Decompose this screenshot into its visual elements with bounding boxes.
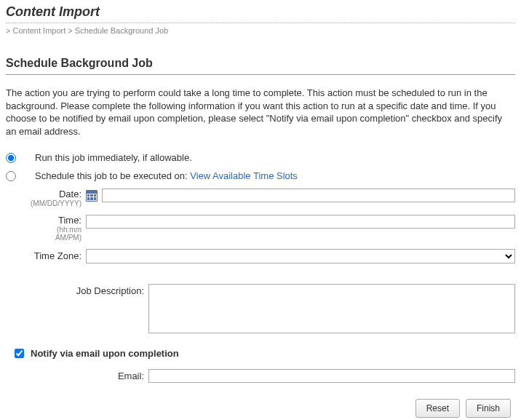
divider-solid <box>6 74 515 75</box>
time-label: Time: (hh:mm AM/PM) <box>6 215 86 242</box>
finish-button[interactable]: Finish <box>466 399 511 418</box>
email-input[interactable] <box>148 369 515 383</box>
section-title: Schedule Background Job <box>6 57 515 70</box>
button-bar: Reset Finish <box>6 399 515 418</box>
date-hint: (MM/DD/YYYY) <box>6 199 81 207</box>
time-hint2: AM/PM) <box>6 234 81 242</box>
calendar-icon[interactable] <box>86 190 98 202</box>
notify-email-label: Notify via email upon completion <box>31 348 179 359</box>
breadcrumb-item: Schedule Background Job <box>75 26 168 35</box>
page-title: Content Import <box>6 4 515 20</box>
job-description-label: Job Description: <box>6 284 148 296</box>
date-input[interactable] <box>102 189 515 202</box>
time-hint1: (hh:mm <box>6 226 81 234</box>
date-label: Date: (MM/DD/YYYY) <box>6 189 86 207</box>
schedule-label-text: Schedule this job to be executed on: <box>35 170 188 181</box>
breadcrumb-item: Content Import <box>13 26 66 35</box>
reset-button[interactable]: Reset <box>415 399 460 418</box>
job-description-textarea[interactable] <box>148 284 515 333</box>
run-immediately-label: Run this job immediately, if allowable. <box>35 152 192 163</box>
intro-text: The action you are trying to perform cou… <box>6 87 515 138</box>
breadcrumb-sep: > <box>68 26 72 35</box>
breadcrumb: > Content Import > Schedule Background J… <box>6 26 515 35</box>
divider-dotted <box>6 23 515 23</box>
breadcrumb-prefix: > <box>6 26 10 35</box>
time-input[interactable] <box>86 215 515 229</box>
run-immediately-radio[interactable] <box>6 153 16 163</box>
timezone-label: Time Zone: <box>6 249 86 261</box>
notify-email-checkbox[interactable] <box>15 349 24 358</box>
email-label: Email: <box>6 369 148 381</box>
view-time-slots-link[interactable]: View Available Time Slots <box>190 170 298 181</box>
schedule-label: Schedule this job to be executed on: Vie… <box>35 170 298 181</box>
schedule-radio[interactable] <box>6 171 16 181</box>
timezone-select[interactable] <box>86 249 515 264</box>
